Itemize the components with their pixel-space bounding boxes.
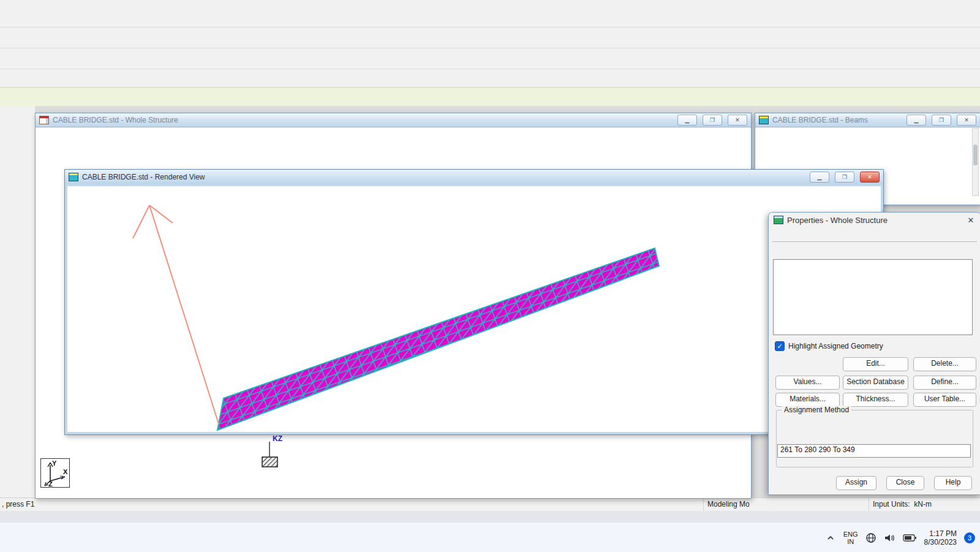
window-title: CABLE BRIDGE.std - Whole Structure [53, 116, 672, 124]
status-units: Input Units: kN-m [869, 498, 980, 512]
toolbar-row-3 [0, 48, 980, 69]
dialog-icon [774, 216, 783, 224]
close-button[interactable]: ✕ [957, 115, 976, 126]
highlight-assigned-geometry[interactable]: ✓ Highlight Assigned Geometry [775, 341, 883, 351]
close-button[interactable]: ✕ [728, 115, 747, 126]
properties-dialog-tabs [772, 229, 977, 242]
delete-button[interactable]: Delete... [913, 357, 976, 371]
close-button[interactable]: Close [886, 476, 924, 490]
support-symbol: KZ [262, 433, 292, 471]
section-database-button[interactable]: Section Database [843, 376, 908, 390]
assignment-method-group: Assignment Method [776, 410, 973, 467]
define-button[interactable]: Define... [913, 376, 976, 390]
values-button[interactable]: Values... [775, 376, 840, 390]
battery-icon[interactable] [903, 532, 917, 543]
workflow-tab-bar [0, 87, 980, 106]
close-button[interactable]: ✕ [860, 172, 880, 183]
beams-titlebar[interactable]: CABLE BRIDGE.std - Beams ▁ ❐ ✕ [755, 113, 980, 127]
rendered-canvas[interactable] [67, 186, 881, 432]
assign-button[interactable]: Assign [836, 476, 876, 490]
dialog-title: Properties - Whole Structure [787, 216, 888, 225]
minimize-button[interactable]: ▁ [677, 115, 697, 126]
thickness-button[interactable]: Thickness... [843, 393, 908, 407]
speaker-icon[interactable] [884, 532, 895, 543]
page-control-sidebar [0, 106, 36, 497]
materials-button[interactable]: Materials... [775, 393, 840, 407]
dialog-close-icon[interactable]: ✕ [966, 215, 976, 225]
status-bar: , press F1 Modeling Mo Input Units: kN-m [0, 497, 980, 512]
taskbar: ENGIN 1:17 PM8/30/2023 3 [0, 522, 980, 552]
clock[interactable]: 1:17 PM8/30/2023 [924, 529, 957, 546]
status-mode: Modeling Mo [703, 498, 756, 512]
restore-button[interactable]: ❐ [703, 115, 722, 126]
bridge-deck [217, 248, 659, 430]
menu-bar [0, 0, 1, 6]
minimize-button[interactable]: ▁ [907, 115, 926, 126]
checkbox-checked-icon[interactable]: ✓ [775, 341, 785, 351]
properties-dialog: Properties - Whole Structure ✕ ✓ Highlig… [768, 212, 980, 495]
edit-button[interactable]: Edit... [843, 357, 908, 371]
notification-badge[interactable]: 3 [964, 532, 975, 543]
window-title: CABLE BRIDGE.std - Beams [772, 116, 901, 124]
toolbar-row-1 [0, 6, 980, 28]
desktop-strip [0, 511, 980, 522]
svg-text:X: X [63, 468, 68, 475]
assignment-edit-list-input[interactable]: 261 To 280 290 To 349 [777, 444, 971, 458]
load-arrow [133, 205, 219, 424]
user-table-button[interactable]: User Table... [913, 393, 976, 407]
svg-text:Y: Y [52, 459, 57, 467]
window-title: CABLE BRIDGE.std - Rendered View [82, 173, 804, 181]
language-indicator[interactable]: ENGIN [843, 531, 858, 545]
application-window: CABLE BRIDGE.std - Whole Structure ▁ ❐ ✕… [0, 0, 980, 552]
restore-button[interactable]: ❐ [932, 115, 951, 126]
whole-structure-titlebar[interactable]: CABLE BRIDGE.std - Whole Structure ▁ ❐ ✕ [36, 113, 751, 127]
status-help-text: , press F1 [2, 498, 34, 511]
toolbar-row-2 [0, 28, 980, 48]
axis-triad: Y X Z [40, 458, 70, 488]
properties-dialog-titlebar[interactable]: Properties - Whole Structure ✕ [769, 213, 980, 227]
system-tray: ENGIN 1:17 PM8/30/2023 3 [825, 523, 975, 552]
cable-bridge-render [67, 186, 881, 432]
structure-window-icon [39, 116, 49, 124]
rendered-view-window: CABLE BRIDGE.std - Rendered View ▁ ❐ ✕ [64, 169, 884, 435]
toolbar-row-4 [0, 69, 980, 88]
network-icon[interactable] [865, 532, 876, 543]
rendered-window-icon [69, 173, 78, 181]
svg-text:KZ: KZ [273, 434, 282, 443]
svg-text:Z: Z [48, 480, 53, 488]
tray-chevron-icon[interactable] [825, 532, 836, 543]
help-button[interactable]: Help [934, 476, 972, 490]
rendered-view-titlebar[interactable]: CABLE BRIDGE.std - Rendered View ▁ ❐ ✕ [65, 170, 883, 184]
beams-scrollbar[interactable] [972, 128, 979, 196]
beams-window-icon [759, 116, 769, 124]
minimize-button[interactable]: ▁ [810, 172, 829, 183]
section-list[interactable] [773, 259, 973, 335]
restore-button[interactable]: ❐ [835, 172, 854, 183]
